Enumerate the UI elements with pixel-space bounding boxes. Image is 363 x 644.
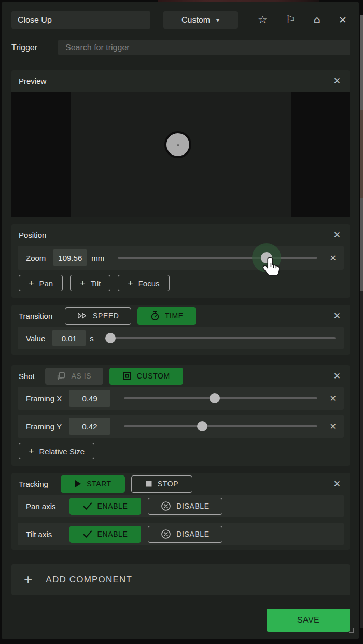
custom-mode-label: CUSTOM — [137, 372, 170, 380]
trigger-search-input[interactable] — [58, 40, 350, 55]
tracking-stop-button[interactable]: STOP — [131, 475, 192, 493]
home-icon[interactable]: ⌂ — [314, 15, 320, 25]
add-pan-label: Pan — [39, 279, 53, 288]
preset-type-value: Custom — [182, 16, 210, 25]
as-is-mode-button[interactable]: AS IS — [45, 368, 103, 385]
add-relative-size-button[interactable]: + Relative Size — [19, 443, 94, 459]
circle-x-icon — [161, 501, 171, 511]
add-component-button[interactable]: + ADD COMPONENT — [11, 564, 350, 595]
framing-x-label: Framing X — [26, 394, 62, 403]
add-focus-button[interactable]: + Focus — [118, 275, 169, 291]
transition-value-row: Value 0.01 s — [18, 327, 344, 349]
zoom-slider-track[interactable] — [118, 257, 317, 259]
close-dialog-icon[interactable]: ✕ — [339, 15, 347, 25]
value-box[interactable]: 0.01 — [52, 330, 86, 346]
plus-icon: + — [29, 278, 34, 288]
play-icon — [74, 480, 81, 488]
time-mode-label: TIME — [165, 312, 184, 320]
framing-x-slider-track[interactable] — [124, 397, 317, 399]
value-unit: s — [90, 334, 94, 343]
framing-y-remove-icon[interactable]: ✕ — [327, 422, 340, 431]
framing-y-value-box[interactable]: 0.42 — [69, 418, 110, 435]
pan-axis-label: Pan axis — [26, 502, 68, 511]
stop-square-icon — [145, 480, 152, 487]
circle-x-icon — [161, 529, 171, 539]
zoom-value-box[interactable]: 109.56 — [53, 249, 87, 266]
pan-axis-row: Pan axis ENABLE DISABLE — [18, 495, 344, 517]
check-icon — [83, 502, 92, 510]
framing-y-slider-track[interactable] — [124, 425, 317, 427]
preview-close-icon[interactable]: ✕ — [331, 76, 343, 87]
framing-x-slider[interactable] — [124, 393, 317, 404]
trigger-row: Trigger — [11, 40, 350, 55]
framing-y-slider[interactable] — [124, 421, 317, 432]
background-scrollbar-segment — [360, 15, 363, 110]
transition-value-slider[interactable] — [107, 332, 336, 344]
preview-panel: Preview ✕ — [11, 70, 350, 217]
add-component-label: ADD COMPONENT — [46, 575, 132, 585]
plus-icon: + — [29, 446, 34, 456]
dialog-topbar: Custom ▾ ☆ ⚐ ⌂ ✕ — [11, 11, 350, 29]
save-button[interactable]: SAVE — [267, 609, 350, 632]
tracking-close-icon[interactable]: ✕ — [331, 479, 343, 489]
position-close-icon[interactable]: ✕ — [331, 230, 343, 241]
transition-close-icon[interactable]: ✕ — [331, 311, 343, 321]
tracked-subject-marker — [164, 131, 191, 158]
tracking-title: Tracking — [19, 480, 48, 488]
tracking-start-label: START — [87, 480, 111, 488]
zoom-slider[interactable] — [118, 252, 317, 263]
transition-header: Transition SPEED TIME ✕ — [11, 305, 350, 327]
zoom-control-row: Zoom 109.56 mm ✕ — [18, 246, 344, 270]
transition-panel: Transition SPEED TIME ✕ — [11, 305, 350, 355]
framing-x-slider-handle[interactable] — [210, 393, 220, 403]
preset-name-input[interactable] — [11, 11, 150, 29]
shot-add-buttons: + Relative Size — [11, 438, 350, 465]
transition-slider-handle[interactable] — [105, 333, 116, 343]
tilt-axis-enable-button[interactable]: ENABLE — [69, 526, 141, 543]
add-pan-button[interactable]: + Pan — [19, 275, 63, 291]
frames-icon — [57, 371, 66, 381]
preview-header: Preview ✕ — [11, 70, 350, 92]
preset-type-dropdown[interactable]: Custom ▾ — [163, 11, 238, 29]
zoom-slider-handle[interactable] — [261, 252, 272, 263]
framing-x-value-box[interactable]: 0.49 — [69, 390, 110, 407]
shot-close-icon[interactable]: ✕ — [331, 371, 343, 382]
flag-icon[interactable]: ⚐ — [286, 15, 296, 25]
framing-x-remove-icon[interactable]: ✕ — [327, 394, 340, 403]
tracking-start-button[interactable]: START — [61, 475, 125, 493]
pan-axis-enable-label: ENABLE — [97, 502, 128, 510]
preview-video-area — [71, 92, 291, 217]
framing-y-slider-handle[interactable] — [197, 421, 207, 431]
background-scrollbar-segment — [360, 291, 363, 628]
pan-axis-disable-button[interactable]: DISABLE — [148, 498, 222, 515]
custom-mode-button[interactable]: CUSTOM — [109, 368, 183, 385]
footer-actions: SAVE — [11, 609, 350, 632]
plus-icon: + — [128, 278, 133, 288]
position-panel: Position ✕ Zoom 109.56 mm ✕ + Pan — [11, 224, 350, 298]
resize-handle[interactable] — [349, 628, 354, 633]
tilt-axis-row: Tilt axis ENABLE DISABLE — [18, 523, 344, 545]
add-tilt-button[interactable]: + Tilt — [70, 275, 110, 291]
trigger-label: Trigger — [11, 43, 58, 52]
background-scrollbar-segment — [360, 110, 363, 198]
tracking-stop-label: STOP — [158, 480, 178, 488]
tilt-axis-enable-label: ENABLE — [97, 530, 128, 538]
speed-mode-button[interactable]: SPEED — [65, 307, 131, 325]
tilt-axis-label: Tilt axis — [26, 530, 68, 539]
pan-axis-enable-button[interactable]: ENABLE — [69, 498, 141, 515]
framing-y-row: Framing Y 0.42 ✕ — [18, 415, 344, 438]
position-title: Position — [19, 231, 46, 240]
time-mode-button[interactable]: TIME — [137, 307, 196, 325]
tilt-axis-disable-button[interactable]: DISABLE — [148, 526, 222, 543]
pan-axis-disable-label: DISABLE — [176, 502, 209, 510]
zoom-remove-icon[interactable]: ✕ — [327, 253, 340, 263]
screen: Custom ▾ ☆ ⚐ ⌂ ✕ Trigger Preview ✕ — [0, 0, 363, 644]
add-tilt-label: Tilt — [91, 279, 101, 288]
framing-y-label: Framing Y — [26, 422, 62, 431]
marker-center-dot — [177, 144, 179, 146]
value-label: Value — [26, 334, 45, 343]
position-header: Position ✕ — [11, 224, 350, 246]
favorite-star-icon[interactable]: ☆ — [258, 15, 268, 25]
fast-forward-icon — [77, 312, 88, 319]
transition-slider-track[interactable] — [107, 337, 336, 339]
